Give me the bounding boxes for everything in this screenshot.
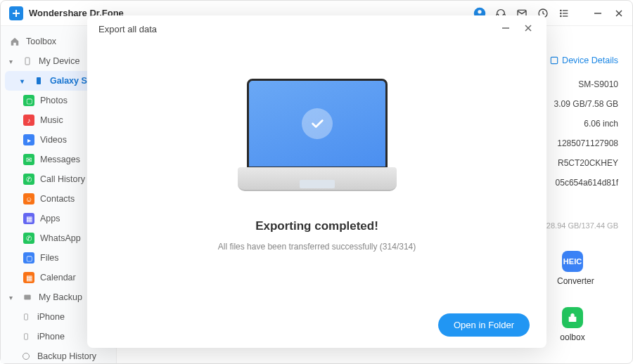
apps-icon: ▦	[23, 213, 34, 224]
phone-icon	[20, 331, 32, 342]
modal-title: Export all data	[98, 24, 157, 34]
close-button[interactable]	[614, 8, 624, 18]
modal-close-button[interactable]	[521, 21, 535, 37]
open-in-folder-button[interactable]: Open in Folder	[438, 313, 530, 337]
modal-status: Exporting completed!	[255, 219, 378, 233]
modal-body: Exporting completed! All files have been…	[87, 42, 546, 302]
check-icon	[302, 108, 333, 139]
svg-rect-19	[25, 334, 28, 339]
sidebar-item-label: Music	[40, 115, 63, 125]
modal-message: All files have been transferred successf…	[218, 242, 416, 252]
svg-point-20	[23, 353, 30, 360]
photos-icon: ▢	[23, 95, 34, 106]
backup-icon	[22, 292, 33, 303]
svg-point-8	[561, 13, 561, 13]
sidebar-label: My Backup	[39, 292, 82, 302]
sidebar-item-label: Messages	[40, 155, 80, 164]
sidebar-item-label: Videos	[40, 135, 67, 145]
sidebar-item-label: Backup History	[37, 351, 96, 361]
export-modal: Export all data Exporting completed! All…	[87, 15, 546, 348]
sidebar-label: My Device	[39, 56, 79, 66]
svg-rect-18	[25, 314, 28, 320]
app-logo-icon	[9, 6, 23, 20]
whatsapp-icon: ✆	[23, 233, 34, 244]
toolbox-icon	[562, 307, 583, 328]
tile-label: oolbox	[560, 332, 584, 342]
contacts-icon: ☺	[23, 193, 34, 204]
modal-footer: Open in Folder	[87, 302, 546, 348]
calendar-icon: ▦	[23, 272, 34, 283]
device-details-label: Device Details	[562, 56, 618, 65]
music-icon: ♪	[23, 115, 34, 126]
sidebar-item-label: Apps	[40, 214, 60, 223]
history-icon	[20, 351, 32, 362]
chevron-down-icon: ▾	[9, 294, 16, 301]
modal-header: Export all data	[87, 15, 546, 42]
sidebar-item-label: WhatsApp	[40, 233, 81, 243]
chevron-down-icon: ▾	[20, 77, 27, 85]
phone-icon	[22, 56, 33, 67]
minimize-button[interactable]	[593, 8, 603, 18]
laptop-illustration	[240, 79, 395, 198]
sidebar-item-label: Photos	[40, 96, 68, 105]
modal-minimize-button[interactable]	[499, 21, 513, 37]
sidebar-item-label: Call History	[40, 174, 85, 184]
videos-icon: ▸	[23, 134, 34, 145]
sidebar-label: Toolbox	[26, 37, 56, 46]
svg-point-1	[478, 10, 481, 13]
sidebar-item-label: Calendar	[40, 273, 76, 282]
menu-list-icon[interactable]	[558, 7, 570, 20]
svg-point-6	[561, 10, 561, 11]
tile-label: CConverter	[551, 276, 594, 286]
sidebar-item-label: iPhone	[37, 332, 65, 342]
svg-rect-23	[551, 57, 557, 63]
chevron-down-icon: ▾	[9, 58, 16, 65]
phone-icon	[33, 75, 44, 86]
heic-icon: HEIC	[562, 251, 583, 272]
call-icon: ✆	[23, 174, 34, 185]
home-icon	[9, 36, 20, 47]
svg-rect-15	[25, 58, 30, 65]
sidebar-backup-history[interactable]: Backup History	[1, 346, 116, 363]
sidebar-item-label: Contacts	[40, 194, 75, 204]
sidebar-item-label: Files	[40, 253, 58, 263]
messages-icon: ✉	[23, 154, 34, 165]
svg-rect-17	[24, 295, 30, 300]
svg-rect-16	[37, 77, 41, 84]
phone-icon	[20, 311, 32, 323]
sidebar-item-label: iPhone	[37, 312, 65, 322]
files-icon: ▢	[23, 252, 34, 264]
svg-point-10	[561, 15, 561, 16]
